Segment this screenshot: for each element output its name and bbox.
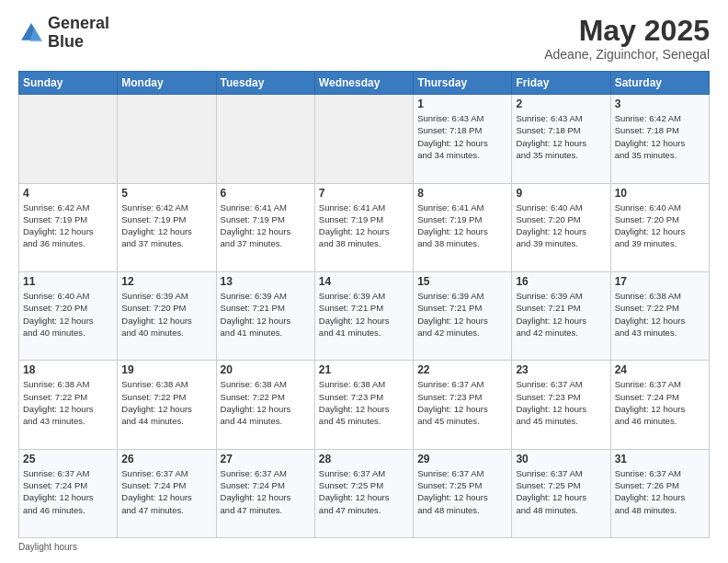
calendar-week-row: 1Sunrise: 6:43 AMSunset: 7:18 PMDaylight… <box>19 95 710 183</box>
calendar-cell: 26Sunrise: 6:37 AMSunset: 7:24 PMDayligh… <box>118 449 216 537</box>
calendar-cell: 6Sunrise: 6:41 AMSunset: 7:19 PMDaylight… <box>216 183 314 271</box>
day-number: 30 <box>516 453 606 465</box>
day-number: 1 <box>417 98 507 110</box>
day-number: 20 <box>221 363 311 376</box>
calendar-cell: 24Sunrise: 6:37 AMSunset: 7:24 PMDayligh… <box>610 361 709 449</box>
day-info: Sunrise: 6:40 AMSunset: 7:20 PMDaylight:… <box>23 290 113 339</box>
day-number: 13 <box>221 275 311 288</box>
calendar-cell: 18Sunrise: 6:38 AMSunset: 7:22 PMDayligh… <box>19 361 118 449</box>
day-info: Sunrise: 6:42 AMSunset: 7:18 PMDaylight:… <box>615 112 705 161</box>
calendar-cell: 8Sunrise: 6:41 AMSunset: 7:19 PMDaylight… <box>414 183 512 271</box>
day-info: Sunrise: 6:37 AMSunset: 7:25 PMDaylight:… <box>417 467 507 516</box>
day-info: Sunrise: 6:37 AMSunset: 7:24 PMDaylight:… <box>615 378 705 427</box>
day-info: Sunrise: 6:38 AMSunset: 7:22 PMDaylight:… <box>221 378 311 427</box>
footer-note: Daylight hours <box>18 542 710 552</box>
day-info: Sunrise: 6:37 AMSunset: 7:25 PMDaylight:… <box>516 467 606 516</box>
calendar-day-header: Wednesday <box>314 72 413 95</box>
month-title: May 2025 <box>544 15 710 47</box>
calendar-cell: 3Sunrise: 6:42 AMSunset: 7:18 PMDaylight… <box>610 95 709 183</box>
day-number: 12 <box>121 275 211 288</box>
day-info: Sunrise: 6:38 AMSunset: 7:22 PMDaylight:… <box>121 378 211 427</box>
calendar-cell: 14Sunrise: 6:39 AMSunset: 7:21 PMDayligh… <box>314 271 413 360</box>
day-number: 15 <box>417 275 507 288</box>
day-info: Sunrise: 6:37 AMSunset: 7:23 PMDaylight:… <box>417 378 507 427</box>
day-info: Sunrise: 6:43 AMSunset: 7:18 PMDaylight:… <box>516 112 606 161</box>
day-info: Sunrise: 6:38 AMSunset: 7:22 PMDaylight:… <box>23 378 113 427</box>
calendar-cell: 17Sunrise: 6:38 AMSunset: 7:22 PMDayligh… <box>610 271 709 360</box>
day-info: Sunrise: 6:37 AMSunset: 7:24 PMDaylight:… <box>221 467 311 516</box>
day-number: 25 <box>23 453 113 465</box>
day-info: Sunrise: 6:41 AMSunset: 7:19 PMDaylight:… <box>319 201 409 250</box>
day-number: 26 <box>121 453 211 465</box>
calendar-week-row: 11Sunrise: 6:40 AMSunset: 7:20 PMDayligh… <box>19 271 710 360</box>
calendar-cell: 1Sunrise: 6:43 AMSunset: 7:18 PMDaylight… <box>414 95 512 183</box>
calendar-cell: 25Sunrise: 6:37 AMSunset: 7:24 PMDayligh… <box>19 449 118 537</box>
calendar-cell: 16Sunrise: 6:39 AMSunset: 7:21 PMDayligh… <box>512 271 610 360</box>
calendar-cell <box>216 95 314 183</box>
day-info: Sunrise: 6:37 AMSunset: 7:24 PMDaylight:… <box>121 467 211 516</box>
logo-text: General Blue <box>48 15 109 52</box>
footer-label: Daylight hours <box>18 542 77 552</box>
logo-icon <box>18 20 44 46</box>
day-number: 17 <box>615 275 705 288</box>
day-info: Sunrise: 6:39 AMSunset: 7:21 PMDaylight:… <box>221 290 311 339</box>
day-number: 27 <box>221 453 311 465</box>
day-number: 9 <box>516 187 606 200</box>
calendar-cell: 22Sunrise: 6:37 AMSunset: 7:23 PMDayligh… <box>414 361 512 449</box>
calendar-cell: 9Sunrise: 6:40 AMSunset: 7:20 PMDaylight… <box>512 183 610 271</box>
calendar-cell: 27Sunrise: 6:37 AMSunset: 7:24 PMDayligh… <box>216 449 314 537</box>
calendar-cell: 31Sunrise: 6:37 AMSunset: 7:26 PMDayligh… <box>610 449 709 537</box>
calendar-day-header: Monday <box>118 72 216 95</box>
calendar-cell: 23Sunrise: 6:37 AMSunset: 7:23 PMDayligh… <box>512 361 610 449</box>
day-number: 5 <box>121 187 211 200</box>
day-info: Sunrise: 6:39 AMSunset: 7:21 PMDaylight:… <box>417 290 507 339</box>
calendar-cell: 29Sunrise: 6:37 AMSunset: 7:25 PMDayligh… <box>414 449 512 537</box>
subtitle: Adeane, Ziguinchor, Senegal <box>544 47 710 62</box>
day-number: 31 <box>615 453 705 465</box>
day-info: Sunrise: 6:37 AMSunset: 7:25 PMDaylight:… <box>319 467 409 516</box>
day-info: Sunrise: 6:39 AMSunset: 7:21 PMDaylight:… <box>516 290 606 339</box>
day-number: 23 <box>516 363 606 376</box>
day-info: Sunrise: 6:42 AMSunset: 7:19 PMDaylight:… <box>23 201 113 250</box>
day-info: Sunrise: 6:39 AMSunset: 7:20 PMDaylight:… <box>121 290 211 339</box>
calendar-cell <box>118 95 216 183</box>
day-number: 22 <box>417 363 507 376</box>
day-info: Sunrise: 6:39 AMSunset: 7:21 PMDaylight:… <box>319 290 409 339</box>
calendar-header-row: SundayMondayTuesdayWednesdayThursdayFrid… <box>19 72 710 95</box>
day-number: 7 <box>319 187 409 200</box>
day-info: Sunrise: 6:38 AMSunset: 7:23 PMDaylight:… <box>319 378 409 427</box>
logo: General Blue <box>18 15 109 52</box>
day-number: 14 <box>319 275 409 288</box>
day-info: Sunrise: 6:37 AMSunset: 7:23 PMDaylight:… <box>516 378 606 427</box>
day-number: 28 <box>319 453 409 465</box>
day-number: 19 <box>121 363 211 376</box>
day-info: Sunrise: 6:40 AMSunset: 7:20 PMDaylight:… <box>516 201 606 250</box>
day-number: 21 <box>319 363 409 376</box>
day-number: 29 <box>417 453 507 465</box>
day-number: 10 <box>615 187 705 200</box>
day-info: Sunrise: 6:43 AMSunset: 7:18 PMDaylight:… <box>417 112 507 161</box>
day-number: 3 <box>615 98 705 110</box>
calendar-cell: 13Sunrise: 6:39 AMSunset: 7:21 PMDayligh… <box>216 271 314 360</box>
page: General Blue May 2025 Adeane, Ziguinchor… <box>0 0 728 563</box>
calendar-day-header: Friday <box>512 72 610 95</box>
calendar-cell <box>314 95 413 183</box>
day-number: 4 <box>23 187 113 200</box>
day-info: Sunrise: 6:42 AMSunset: 7:19 PMDaylight:… <box>121 201 211 250</box>
day-info: Sunrise: 6:41 AMSunset: 7:19 PMDaylight:… <box>417 201 507 250</box>
header: General Blue May 2025 Adeane, Ziguinchor… <box>18 15 710 62</box>
calendar-cell: 28Sunrise: 6:37 AMSunset: 7:25 PMDayligh… <box>314 449 413 537</box>
day-info: Sunrise: 6:40 AMSunset: 7:20 PMDaylight:… <box>615 201 705 250</box>
calendar-week-row: 18Sunrise: 6:38 AMSunset: 7:22 PMDayligh… <box>19 361 710 449</box>
calendar-cell <box>19 95 118 183</box>
calendar-day-header: Tuesday <box>216 72 314 95</box>
calendar-cell: 21Sunrise: 6:38 AMSunset: 7:23 PMDayligh… <box>314 361 413 449</box>
day-info: Sunrise: 6:41 AMSunset: 7:19 PMDaylight:… <box>221 201 311 250</box>
logo-line2: Blue <box>48 33 109 52</box>
calendar-cell: 11Sunrise: 6:40 AMSunset: 7:20 PMDayligh… <box>19 271 118 360</box>
calendar-week-row: 25Sunrise: 6:37 AMSunset: 7:24 PMDayligh… <box>19 449 710 537</box>
calendar-cell: 19Sunrise: 6:38 AMSunset: 7:22 PMDayligh… <box>118 361 216 449</box>
logo-line1: General <box>48 15 109 33</box>
day-number: 8 <box>417 187 507 200</box>
calendar-cell: 15Sunrise: 6:39 AMSunset: 7:21 PMDayligh… <box>414 271 512 360</box>
